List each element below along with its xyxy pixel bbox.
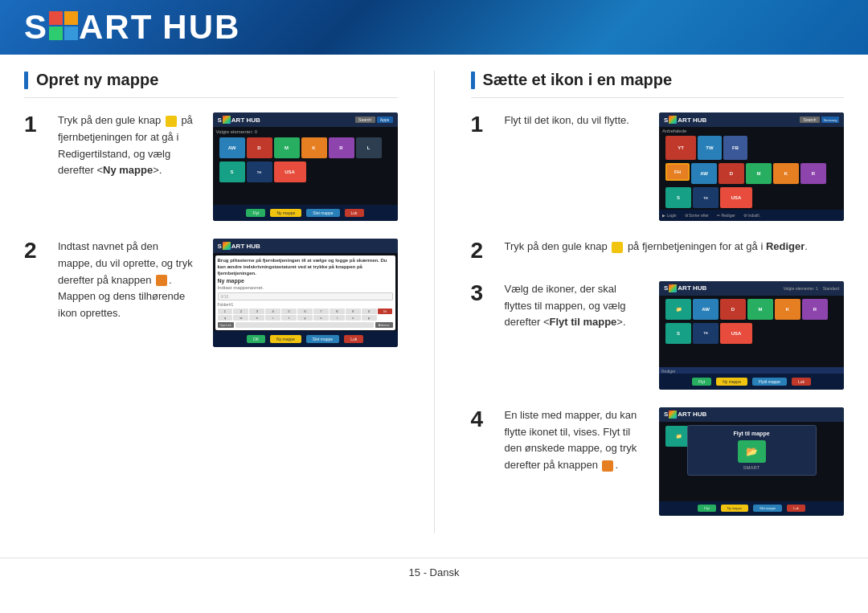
key-del[interactable]: Del [378,309,393,314]
screen-r4-logo: SART HUB [664,411,706,419]
yellow-btn-icon [166,116,177,127]
r1-app-10: TH [693,187,719,208]
r3-bottom-bar: Flyt Ny mappe Flytil mappe Luk [659,374,844,390]
r3-body: 📁 AW D M K R S TH USA [659,296,844,347]
right-step-3-text: Vælg de ikoner, der skal flyttes til map… [505,281,649,331]
key-space[interactable] [235,322,374,328]
logo-art: ART [79,8,153,47]
r4-folder-emoji: 📂 [746,446,758,457]
key[interactable]: e [249,315,264,321]
bottom-btn-1: Flyt [246,209,265,217]
key[interactable]: 8 [330,309,345,314]
key[interactable]: q [218,315,233,321]
right-step-2: 2 Tryk på den gule knap på fjernbetjenin… [471,239,845,264]
key[interactable]: 9 [346,309,361,314]
screen-2-left: SART HUB Brug piltasterne på fjernbetjen… [213,239,398,347]
logo-s: S [24,8,48,47]
r3-app-2: D [720,299,746,320]
r1-app-9: S [665,187,691,208]
title-bar-icon [24,72,28,89]
right-step-3-number: 3 [471,281,493,306]
move-to-folder-dialog: Flyt til mappe 📂 SMART [687,425,817,476]
key[interactable]: y [297,315,313,321]
r3-standard: Standard [823,286,839,291]
app-acuweather: AW [219,137,245,158]
r4-bottom-ny: Ny mappe [721,505,748,512]
key-caps[interactable]: Caps Lock [218,322,234,328]
dialog-subtitle: Indtast mappenavnet. [218,285,393,290]
svg-rect-0 [49,11,63,25]
svg-rect-3 [64,27,78,40]
r4-folder-icon: 📂 [738,440,766,463]
r4-bottom-bar: Flyt Ny mappe Slet mappe Luk [659,501,844,516]
left-section-title-text: Opret ny mappe [36,71,158,89]
key[interactable]: 6 [297,309,313,314]
r1-app-3: FB [723,136,747,160]
r3-icon-row-1: 📁 AW D M K R [662,297,841,321]
r1-sorter: ⚙ Sorter efter [685,213,709,218]
footer: 15 - Dansk [0,558,868,586]
r1-app-7: K [773,163,799,184]
r1-app-4: AW [691,163,717,184]
right-step-4-number: 4 [471,407,493,432]
key[interactable]: 5 [281,309,297,314]
key[interactable]: 4 [265,309,280,314]
r3-valgte: Valgte elementer: 1 [784,286,818,291]
key[interactable]: p [362,315,377,321]
key[interactable]: 7 [313,309,329,314]
key[interactable]: o [346,315,361,321]
column-divider [434,71,435,533]
right-step-4: 4 En liste med mapper, du kan flytte iko… [471,407,845,516]
screen-apps-btn: Apps [377,116,393,123]
bottom-btn-2: Ny mappe [270,209,301,217]
r1-app-1: YT [665,136,696,160]
screen-logo-cube-icon [223,116,231,124]
r1-app-selected: FH [665,163,690,181]
app-sodabu: S [219,161,245,182]
key[interactable]: i [330,315,345,321]
dialog-input-field[interactable]: 0/10 [218,292,393,300]
r3-flyt-btn: Flyt [692,378,711,386]
app-texasholder: TH [247,161,272,182]
logo-cube-icon [49,11,78,40]
app-maps: M [274,137,300,158]
right-step-2-text: Tryk på den gule knap på fjernbetjeninge… [505,239,845,255]
icon-row-2: S TH USA [216,160,395,184]
r3-app-7: TH [693,323,719,344]
r3-luk-btn: Luk [792,378,811,386]
r2-rediger-bold: Rediger [766,240,805,252]
r4-orange-btn-icon [602,460,613,472]
key[interactable]: 0 [362,309,377,314]
key[interactable]: r [265,315,280,321]
screen-1-right: SART HUB Search Samsung Anbefalede YT TW… [659,112,844,221]
left-step-1: 1 Tryk på den gule knap på fjernbetjenin… [24,112,398,221]
key[interactable]: t [281,315,297,321]
r1-app-usa: USA [720,187,752,208]
r4-bottom-luk: Luk [787,505,805,512]
step1-bold: Ny mappe [103,164,153,176]
left-column: Opret ny mappe 1 Tryk på den gule knap p… [24,71,398,533]
r3-app-4: K [775,299,800,320]
right-step-1: 1 Flyt til det ikon, du vil flytte. SART… [471,112,845,221]
key[interactable]: 1 [218,309,233,314]
bottom-btn-luk: Luk [344,335,363,343]
key-multiline[interactable]: Multiverse [375,322,393,328]
r1-app-2: TW [698,136,722,160]
r1-icon-row-2: FH AW D M K R [662,161,841,186]
screen2-logo-cube [223,242,231,250]
bottom-btn-3: Slet mappe [306,209,339,217]
step-2-text: Indtast navnet på den mappe, du vil opre… [58,239,202,322]
key[interactable]: 2 [233,309,248,314]
app-rockvapp: R [329,137,354,158]
key[interactable]: u [313,315,329,321]
app-ladda: L [356,137,382,158]
r1-icon-row-1: YT TW FB [662,134,841,161]
r3-icon-row-2: S TH USA [662,321,841,345]
step-1-text: Tryk på den gule knap på fjernbetjeninge… [58,112,202,179]
key[interactable]: w [233,315,248,321]
screen2-header: SART HUB [213,239,398,253]
screen-r1-logo: SART HUB [664,116,706,124]
key[interactable]: 3 [249,309,264,314]
screen-r1-header: SART HUB Search Samsung [659,112,844,127]
footer-text: 15 - Dansk [409,566,460,578]
